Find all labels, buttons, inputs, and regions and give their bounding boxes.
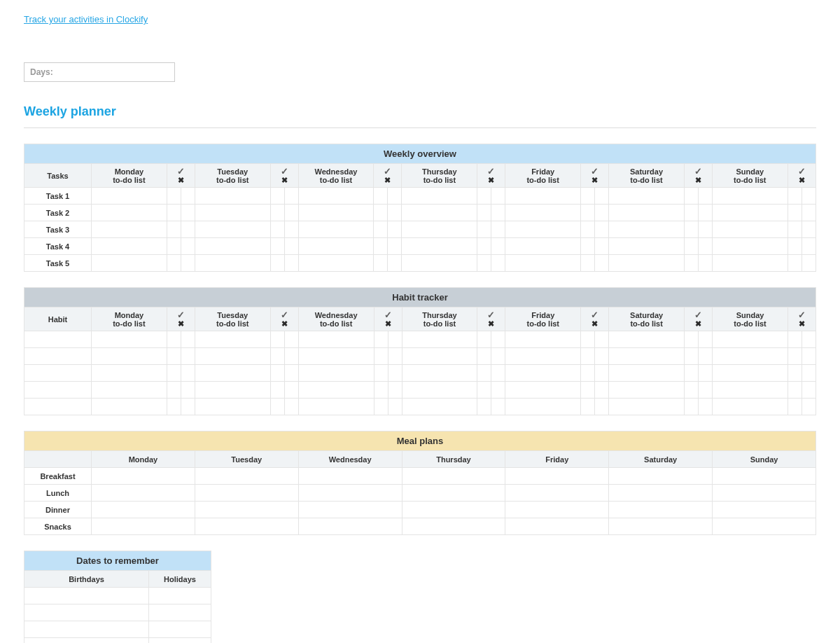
check-cell[interactable] [581, 382, 595, 399]
cross-cell[interactable] [802, 188, 816, 205]
check-cell[interactable] [788, 205, 802, 221]
check-cell[interactable] [477, 238, 491, 255]
cross-cell[interactable] [491, 365, 505, 382]
cross-cell[interactable] [181, 238, 195, 255]
cross-cell[interactable] [284, 205, 298, 221]
mp-cell[interactable] [609, 502, 713, 518]
check-cell[interactable] [477, 382, 491, 399]
cross-cell[interactable] [491, 188, 505, 205]
cell[interactable] [609, 331, 685, 348]
cross-cell[interactable] [491, 221, 505, 238]
mp-cell[interactable] [195, 468, 298, 485]
birthday-cell[interactable] [24, 638, 149, 644]
cell[interactable] [92, 331, 167, 348]
check-cell[interactable] [270, 382, 284, 399]
cell[interactable] [298, 331, 374, 348]
cell[interactable] [402, 399, 477, 415]
cell[interactable] [195, 382, 270, 399]
cross-cell[interactable] [284, 399, 298, 415]
mp-cell[interactable] [402, 518, 505, 535]
cross-cell[interactable] [491, 348, 505, 365]
cell[interactable] [402, 238, 477, 255]
cell[interactable] [505, 205, 581, 221]
cross-cell[interactable] [595, 348, 609, 365]
cross-cell[interactable] [181, 399, 195, 415]
check-cell[interactable] [374, 348, 388, 365]
check-cell[interactable] [374, 205, 388, 221]
cell[interactable] [713, 365, 788, 382]
check-cell[interactable] [788, 331, 802, 348]
cross-cell[interactable] [284, 221, 298, 238]
cell[interactable] [195, 255, 270, 272]
cross-cell[interactable] [802, 365, 816, 382]
cell[interactable] [505, 399, 581, 415]
cross-cell[interactable] [388, 221, 402, 238]
cell[interactable] [713, 399, 788, 415]
cross-cell[interactable] [802, 382, 816, 399]
cell[interactable] [298, 382, 374, 399]
cell[interactable] [609, 238, 685, 255]
cross-cell[interactable] [698, 238, 712, 255]
check-cell[interactable] [167, 188, 181, 205]
cross-cell[interactable] [698, 188, 712, 205]
mp-cell[interactable] [92, 485, 195, 502]
check-cell[interactable] [270, 365, 284, 382]
check-cell[interactable] [477, 205, 491, 221]
check-cell[interactable] [374, 365, 388, 382]
mp-cell[interactable] [92, 468, 195, 485]
check-cell[interactable] [685, 365, 699, 382]
cross-cell[interactable] [802, 399, 816, 415]
cross-cell[interactable] [388, 399, 402, 415]
cross-cell[interactable] [595, 188, 609, 205]
check-cell[interactable] [270, 255, 284, 272]
mp-cell[interactable] [195, 502, 298, 518]
cross-cell[interactable] [388, 331, 402, 348]
cell[interactable] [505, 348, 581, 365]
check-cell[interactable] [167, 238, 181, 255]
cross-cell[interactable] [181, 188, 195, 205]
mp-cell[interactable] [298, 485, 402, 502]
birthday-cell[interactable] [24, 621, 149, 638]
cell[interactable] [195, 331, 270, 348]
check-cell[interactable] [167, 348, 181, 365]
check-cell[interactable] [167, 331, 181, 348]
cross-cell[interactable] [181, 205, 195, 221]
check-cell[interactable] [684, 221, 698, 238]
mp-cell[interactable] [92, 502, 195, 518]
cross-cell[interactable] [284, 255, 298, 272]
cross-cell[interactable] [284, 331, 298, 348]
cell[interactable] [298, 238, 374, 255]
cell[interactable] [609, 365, 685, 382]
cross-cell[interactable] [388, 382, 402, 399]
cell[interactable] [712, 188, 788, 205]
check-cell[interactable] [581, 221, 595, 238]
check-cell[interactable] [167, 365, 181, 382]
cell[interactable] [92, 238, 167, 255]
cell[interactable] [298, 399, 374, 415]
birthday-cell[interactable] [24, 604, 149, 621]
check-cell[interactable] [581, 188, 595, 205]
check-cell[interactable] [581, 205, 595, 221]
check-cell[interactable] [167, 399, 181, 415]
mp-cell[interactable] [298, 518, 402, 535]
cell[interactable] [92, 221, 167, 238]
check-cell[interactable] [684, 255, 698, 272]
cell[interactable] [195, 221, 270, 238]
check-cell[interactable] [581, 365, 595, 382]
days-input[interactable]: Days: [24, 62, 175, 82]
cell[interactable] [298, 348, 374, 365]
cross-cell[interactable] [491, 331, 505, 348]
check-cell[interactable] [477, 348, 491, 365]
cross-cell[interactable] [802, 331, 816, 348]
check-cell[interactable] [477, 188, 491, 205]
mp-cell[interactable] [609, 468, 713, 485]
cell[interactable] [298, 188, 374, 205]
check-cell[interactable] [167, 382, 181, 399]
cross-cell[interactable] [284, 348, 298, 365]
cross-cell[interactable] [181, 382, 195, 399]
mp-cell[interactable] [609, 485, 713, 502]
holiday-cell[interactable] [149, 604, 211, 621]
check-cell[interactable] [374, 221, 388, 238]
cross-cell[interactable] [491, 205, 505, 221]
check-cell[interactable] [788, 365, 802, 382]
